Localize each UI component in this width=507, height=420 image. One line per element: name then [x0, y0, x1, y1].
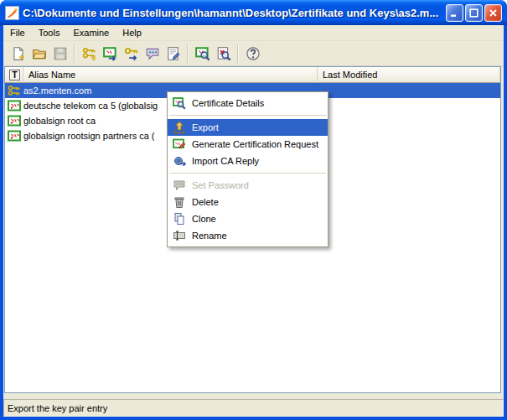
title-bar[interactable]: C:\Dokumente und Einstellungen\hamannt\D…	[0, 0, 507, 25]
status-text: Export the key pair entry	[8, 403, 107, 413]
examine-certificate-button[interactable]	[192, 44, 213, 64]
generate-key-pair-button[interactable]	[79, 44, 100, 64]
menu-item-label: Import CA Reply	[192, 156, 259, 166]
menu-examine[interactable]: Examine	[66, 26, 116, 39]
menu-file[interactable]: File	[3, 26, 32, 39]
last-modified-column-header[interactable]: Last Modified	[318, 67, 500, 83]
status-bar: Export the key pair entry	[3, 399, 504, 417]
context-menu-item-delete[interactable]: Delete	[168, 194, 328, 210]
menu-item-label: Clone	[192, 214, 216, 224]
application-window: C:\Dokumente und Einstellungen\hamannt\D…	[0, 0, 507, 420]
import-key-pair-icon	[124, 46, 139, 61]
help-button[interactable]	[242, 44, 263, 64]
examine-certificate-icon	[195, 46, 210, 61]
clone-icon	[173, 212, 186, 226]
toolbar	[3, 41, 504, 66]
close-button[interactable]	[484, 4, 502, 22]
new-keystore-icon	[11, 46, 26, 61]
toolbar-separator	[187, 44, 189, 63]
menu-bar: File Tools Examine Help	[3, 25, 504, 41]
examine-crl-icon	[216, 46, 231, 61]
generate-certification-request-icon	[173, 137, 186, 151]
open-keystore-icon	[32, 46, 47, 61]
context-menu-item-import-ca-reply[interactable]: Import CA Reply	[168, 153, 328, 169]
examine-crl-button[interactable]	[213, 44, 234, 64]
alias-column-header[interactable]: Alias Name	[23, 67, 318, 83]
trusted-certificate-entry-icon	[8, 114, 21, 127]
set-keystore-password-icon	[145, 46, 160, 61]
toolbar-separator	[74, 44, 75, 63]
generate-key-pair-icon	[82, 46, 97, 61]
menu-item-label: Export	[192, 122, 219, 132]
type-column-header[interactable]: T	[5, 67, 23, 83]
maximize-button[interactable]	[465, 4, 483, 22]
context-menu-item-rename[interactable]: Rename	[168, 227, 328, 244]
export-icon	[173, 121, 186, 134]
maximize-icon	[469, 8, 479, 18]
toolbar-separator	[237, 44, 239, 63]
minimize-button[interactable]	[446, 4, 463, 22]
context-menu-item-generate-certification-request[interactable]: Generate Certification Request	[168, 136, 328, 153]
context-menu: Certificate Details Export Generate Cert…	[167, 91, 329, 247]
import-ca-reply-icon	[173, 154, 186, 168]
new-keystore-button[interactable]	[8, 44, 28, 64]
menu-help[interactable]: Help	[116, 26, 148, 39]
menu-item-label: Certificate Details	[192, 98, 264, 108]
set-password-icon	[173, 179, 186, 192]
context-menu-item-export[interactable]: Export	[168, 119, 328, 136]
type-column-icon: T	[9, 70, 20, 80]
save-keystore-icon	[53, 46, 68, 61]
minimize-icon	[450, 8, 459, 18]
table-header-row: T Alias Name Last Modified	[5, 67, 500, 83]
delete-icon	[173, 195, 186, 209]
context-menu-separator	[169, 173, 326, 174]
keystore-report-button[interactable]	[163, 44, 184, 64]
certificate-details-icon	[173, 96, 186, 110]
context-menu-item-certificate-details[interactable]: Certificate Details	[168, 95, 328, 111]
context-menu-item-set-password: Set Password	[168, 177, 328, 194]
rename-icon	[173, 229, 186, 242]
close-icon	[489, 8, 498, 18]
import-trusted-certificate-icon	[103, 46, 118, 61]
menu-item-label: Generate Certification Request	[192, 139, 318, 149]
context-menu-item-clone[interactable]: Clone	[168, 210, 328, 227]
menu-item-label: Set Password	[192, 180, 249, 190]
import-trusted-certificate-button[interactable]	[100, 44, 121, 64]
open-keystore-button[interactable]	[28, 44, 49, 64]
menu-item-label: Rename	[192, 231, 227, 241]
save-keystore-button	[49, 44, 70, 64]
context-menu-separator	[169, 115, 326, 116]
help-icon	[246, 46, 261, 61]
trusted-certificate-entry-icon	[8, 129, 21, 143]
app-icon	[5, 6, 19, 20]
set-keystore-password-button[interactable]	[142, 44, 163, 64]
trusted-certificate-entry-icon	[8, 99, 21, 112]
menu-item-label: Delete	[192, 197, 219, 207]
key-pair-entry-icon	[8, 84, 21, 97]
window-title: C:\Dokumente und Einstellungen\hamannt\D…	[23, 7, 446, 19]
keystore-report-icon	[166, 46, 181, 61]
menu-tools[interactable]: Tools	[32, 26, 67, 39]
import-key-pair-button[interactable]	[121, 44, 142, 64]
